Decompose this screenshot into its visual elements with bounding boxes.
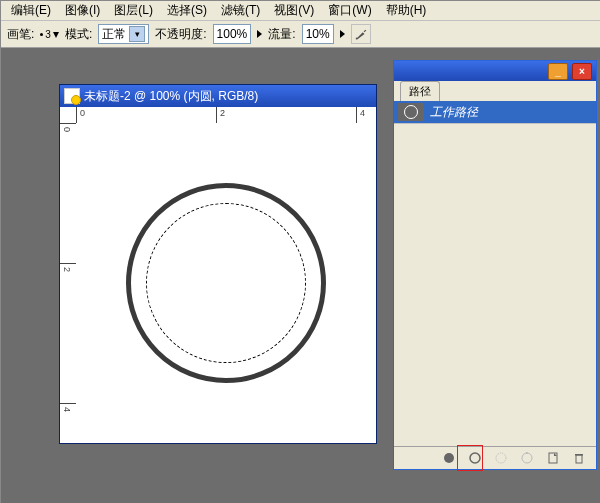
workspace: 未标题-2 @ 100% (内圆, RGB/8) 0 2 4 0 2 (1, 48, 600, 503)
brush-size-value: 3 (45, 29, 51, 40)
circle-selection-marquee (146, 203, 306, 363)
svg-rect-8 (575, 454, 583, 456)
flow-field[interactable]: 10% (302, 24, 334, 44)
highlight-annotation (457, 445, 483, 471)
opacity-slider-icon[interactable] (257, 30, 262, 38)
chevron-down-icon: ▾ (129, 26, 145, 42)
fill-path-button[interactable] (442, 451, 456, 465)
flow-slider-icon[interactable] (340, 30, 345, 38)
ruler-origin[interactable] (60, 107, 77, 124)
airbrush-icon (354, 27, 368, 41)
opacity-field[interactable]: 100% (213, 24, 252, 44)
svg-point-0 (355, 38, 357, 40)
menu-view[interactable]: 视图(V) (268, 1, 320, 20)
path-to-selection-button[interactable] (494, 451, 508, 465)
mode-select[interactable]: 正常 ▾ (98, 24, 149, 44)
ruler-tick-label: 0 (62, 127, 72, 132)
menu-window[interactable]: 窗口(W) (322, 1, 377, 20)
document-titlebar[interactable]: 未标题-2 @ 100% (内圆, RGB/8) (60, 85, 376, 107)
document-body: 0 2 4 0 2 4 (60, 107, 376, 443)
mode-label: 模式: (65, 26, 92, 43)
paths-panel[interactable]: _ × 路径 工作路径 (393, 60, 597, 470)
svg-point-1 (444, 453, 454, 463)
airbrush-toggle[interactable] (351, 24, 371, 44)
canvas[interactable] (76, 123, 376, 443)
menu-help[interactable]: 帮助(H) (380, 1, 433, 20)
selection-to-path-button[interactable] (520, 451, 534, 465)
path-thumbnail (398, 103, 424, 121)
tab-paths[interactable]: 路径 (400, 81, 440, 101)
minimize-button[interactable]: _ (548, 63, 568, 80)
menu-edit[interactable]: 编辑(E) (5, 1, 57, 20)
svg-rect-7 (576, 455, 582, 463)
panel-titlebar[interactable]: _ × (394, 61, 596, 81)
menu-select[interactable]: 选择(S) (161, 1, 213, 20)
ruler-tick-label: 2 (62, 267, 72, 272)
app-root: 编辑(E) 图像(I) 图层(L) 选择(S) 滤镜(T) 视图(V) 窗口(W… (0, 0, 600, 503)
menu-layer[interactable]: 图层(L) (108, 1, 159, 20)
path-name-label: 工作路径 (430, 104, 478, 121)
opacity-label: 不透明度: (155, 26, 206, 43)
flow-label: 流量: (268, 26, 295, 43)
ruler-vertical[interactable]: 0 2 4 (60, 123, 77, 443)
options-bar: 画笔: 3 ▾ 模式: 正常 ▾ 不透明度: 100% 流量: 10% (1, 21, 600, 48)
menu-image[interactable]: 图像(I) (59, 1, 106, 20)
chevron-down-icon: ▾ (53, 27, 59, 41)
document-icon (64, 88, 80, 104)
menu-filter[interactable]: 滤镜(T) (215, 1, 266, 20)
document-title-text: 未标题-2 @ 100% (内圆, RGB/8) (84, 88, 258, 105)
menu-bar: 编辑(E) 图像(I) 图层(L) 选择(S) 滤镜(T) 视图(V) 窗口(W… (1, 1, 600, 21)
delete-path-button[interactable] (572, 451, 586, 465)
panel-footer (394, 446, 596, 469)
svg-rect-6 (549, 453, 557, 463)
panel-tabs: 路径 (394, 81, 596, 102)
ruler-tick-label: 4 (62, 407, 72, 412)
brush-preset-picker[interactable]: 3 ▾ (40, 27, 59, 41)
svg-point-5 (526, 452, 528, 454)
svg-point-4 (522, 453, 532, 463)
new-path-button[interactable] (546, 451, 560, 465)
brush-dot-icon (40, 33, 43, 36)
paths-list[interactable]: 工作路径 (394, 101, 596, 447)
brush-label: 画笔: (7, 26, 34, 43)
ruler-tick-label: 4 (360, 108, 365, 118)
document-window[interactable]: 未标题-2 @ 100% (内圆, RGB/8) 0 2 4 0 2 (59, 84, 377, 444)
mode-value: 正常 (102, 25, 126, 43)
ruler-horizontal[interactable]: 0 2 4 (76, 107, 376, 124)
svg-point-3 (496, 453, 506, 463)
close-button[interactable]: × (572, 63, 592, 80)
circle-icon (404, 105, 418, 119)
path-row-workpath[interactable]: 工作路径 (394, 101, 596, 124)
ruler-tick-label: 2 (220, 108, 225, 118)
ruler-tick-label: 0 (80, 108, 85, 118)
